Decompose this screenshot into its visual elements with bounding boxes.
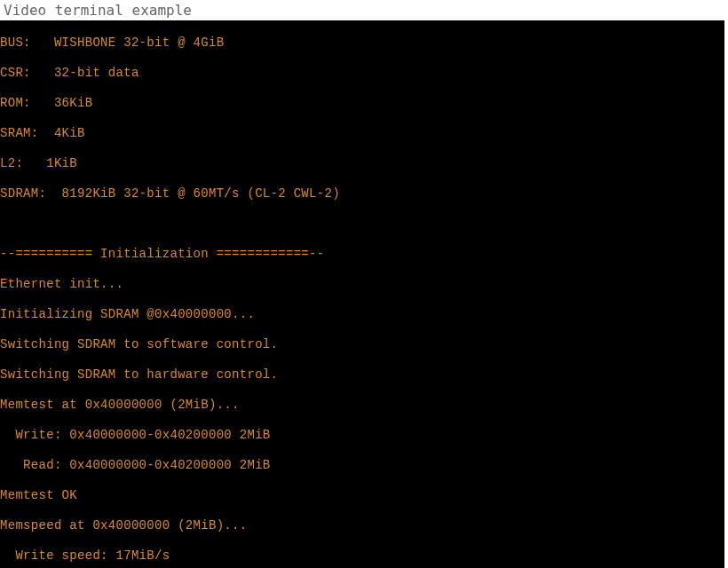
terminal-line: Write: 0x40000000-0x40200000 2MiB xyxy=(0,428,724,443)
terminal-line: L2: 1KiB xyxy=(0,156,724,171)
terminal-line: BUS: WISHBONE 32-bit @ 4GiB xyxy=(0,36,724,51)
terminal-line: Switching SDRAM to software control. xyxy=(0,337,724,352)
terminal-line: Memspeed at 0x40000000 (2MiB)... xyxy=(0,518,724,533)
window-title: Video terminal example xyxy=(0,0,728,20)
terminal-line: Initializing SDRAM @0x40000000... xyxy=(0,307,724,322)
terminal-line: SDRAM: 8192KiB 32-bit @ 60MT/s (CL-2 CWL… xyxy=(0,186,724,201)
terminal-line xyxy=(0,217,724,232)
terminal-screen[interactable]: BUS: WISHBONE 32-bit @ 4GiB CSR: 32-bit … xyxy=(0,20,724,568)
terminal-line: SRAM: 4KiB xyxy=(0,126,724,141)
terminal-line: --========== Initialization ============… xyxy=(0,247,724,262)
terminal-line: Switching SDRAM to hardware control. xyxy=(0,367,724,383)
terminal-line: ROM: 36KiB xyxy=(0,96,724,111)
terminal-line: Ethernet init... xyxy=(0,277,724,292)
terminal-line: Memtest OK xyxy=(0,488,724,503)
terminal-line: Memtest at 0x40000000 (2MiB)... xyxy=(0,398,724,413)
terminal-line: CSR: 32-bit data xyxy=(0,66,724,81)
terminal-line: Write speed: 17MiB/s xyxy=(0,548,724,564)
terminal-line: Read: 0x40000000-0x40200000 2MiB xyxy=(0,458,724,473)
